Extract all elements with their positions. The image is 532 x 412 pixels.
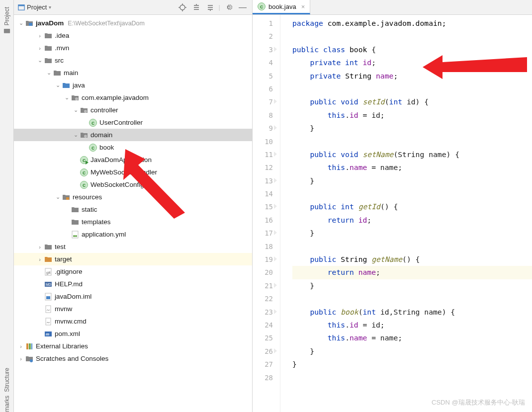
tree-item--idea[interactable]: ›.idea [14,29,252,42]
svg-point-18 [84,110,87,113]
project-view-icon [18,4,25,11]
code-line-27[interactable]: } [292,358,532,371]
code-line-11[interactable]: public void setName(String name) { [292,148,532,161]
svg-rect-20 [66,197,69,200]
svg-rect-29 [46,296,50,299]
svg-text:git: git [46,270,51,275]
code-line-25[interactable]: this.name = name; [292,331,532,344]
svg-point-17 [75,97,78,100]
tree-item-websocketconfig[interactable]: cWebSocketConfig [14,178,252,191]
svg-point-19 [84,135,87,138]
expand-all-icon[interactable] [191,2,202,13]
tree-item-com-example-javadom[interactable]: ⌄com.example.javadom [14,91,252,104]
tree-item-src[interactable]: ⌄src [14,54,252,67]
code-line-16[interactable]: return id; [292,214,532,227]
svg-text:m: m [46,332,49,336]
code-line-20[interactable]: return name; [292,266,532,279]
code-line-8[interactable]: this.id = id; [292,109,532,122]
code-line-13[interactable]: } [292,174,532,187]
code-line-19[interactable]: public String getName() { [292,253,532,266]
tree-item-domain[interactable]: ⌄domain [14,129,252,141]
tree-item-target[interactable]: ›target [14,253,252,265]
tree-item-main[interactable]: ⌄main [14,67,252,79]
locate-icon[interactable] [177,2,188,13]
tree-item-mvnw[interactable]: mvnw [14,303,252,315]
code-line-3[interactable]: public class book { [292,43,532,56]
code-line-1[interactable]: package com.example.javadom.domain; [292,17,532,30]
svg-point-22 [73,235,75,237]
code-line-4[interactable]: private int id; [292,56,532,69]
project-tree[interactable]: ⌄javaDomE:\WebSocketText\javaDom›.idea›.… [14,15,252,412]
external-libraries[interactable]: ›External Libraries [14,340,252,352]
tree-item--mvn[interactable]: ›.mvn [14,42,252,54]
settings-gear-icon[interactable] [223,2,234,13]
tree-item-mywebsockethandler[interactable]: cMyWebSocketHandler [14,166,252,178]
code-line-5[interactable]: private String name; [292,70,532,82]
tree-item-resources[interactable]: ⌄resources [14,191,252,203]
svg-point-3 [180,5,185,10]
tree-item-templates[interactable]: templates [14,216,252,228]
project-panel: Project ▾ | — ⌄javaDomE:\WebSocketText\j… [14,0,253,412]
class-icon: c [258,2,266,10]
svg-point-23 [75,235,77,237]
code-line-26[interactable]: } [292,345,532,358]
code-line-14[interactable] [292,187,532,200]
code-line-18[interactable] [292,240,532,253]
code-line-6[interactable] [292,82,532,95]
tab-book-java[interactable]: c book.java × [253,0,310,14]
panel-title: Project [27,3,47,11]
tree-item--gitignore[interactable]: git.gitignore [14,265,252,278]
tree-item-mvnw-cmd[interactable]: mvnw.cmd [14,315,252,328]
code-line-17[interactable]: } [292,227,532,240]
code-line-24[interactable]: this.id = id; [292,319,532,331]
dropdown-arrow-icon[interactable]: ▾ [49,4,51,10]
code-line-28[interactable] [292,371,532,384]
tree-item-application-yml[interactable]: application.yml [14,228,252,241]
tree-item-java[interactable]: ⌄java [14,79,252,91]
tree-item-usercontroller[interactable]: cUserController [14,116,252,129]
tree-item-pom-xml[interactable]: mpom.xml [14,328,252,340]
editor-tab-bar: c book.java × [253,0,532,15]
bookmarks-tool-button[interactable]: marks [3,396,10,412]
svg-rect-30 [46,306,51,313]
structure-tool-button[interactable]: Structure [3,368,10,392]
line-gutter: 1234567891011121314151617181920212223242… [253,15,280,412]
project-tool-button[interactable]: Project [3,7,10,34]
tree-item-static[interactable]: static [14,203,252,216]
hide-panel-icon[interactable]: — [237,2,248,13]
svg-rect-2 [18,4,24,6]
tab-filename: book.java [268,3,296,10]
left-tool-strip: Project Structure marks [0,0,14,412]
code-line-9[interactable]: } [292,122,532,135]
code-line-2[interactable] [292,30,532,43]
svg-rect-16 [29,23,32,26]
code-content[interactable]: package com.example.javadom.domain; publ… [280,15,532,412]
close-tab-icon[interactable]: × [301,3,305,10]
project-panel-header: Project ▾ | — [14,0,252,15]
svg-rect-31 [46,318,51,325]
tree-item-javadomapplication[interactable]: cJavaDomApplication [14,154,252,166]
code-line-22[interactable] [292,292,532,305]
watermark-text: CSDN @瑞晟技术服务中心-耿瑞 [432,398,525,407]
code-line-15[interactable]: public int getId() { [292,200,532,213]
code-editor[interactable]: 1234567891011121314151617181920212223242… [253,15,532,412]
code-line-23[interactable]: public book(int id,String name) { [292,306,532,319]
svg-rect-0 [3,29,9,33]
code-line-10[interactable] [292,135,532,148]
tree-item-book[interactable]: cbook [14,141,252,154]
code-line-7[interactable]: public void setId(int id) { [292,95,532,108]
svg-rect-36 [31,343,32,349]
tree-item-controller[interactable]: ⌄controller [14,104,252,116]
svg-rect-21 [72,231,78,238]
scratches-and-consoles[interactable]: ›Scratches and Consoles [14,352,252,365]
tree-item-help-md[interactable]: MDHELP.md [14,278,252,290]
code-line-21[interactable]: } [292,279,532,292]
editor-area: c book.java × 12345678910111213141516171… [253,0,532,412]
svg-point-37 [30,359,33,362]
tree-item-javadom-iml[interactable]: javaDom.iml [14,290,252,303]
tree-root[interactable]: ⌄javaDomE:\WebSocketText\javaDom [14,17,252,29]
collapse-all-icon[interactable] [205,2,216,13]
svg-text:MD: MD [46,283,51,286]
tree-item-test[interactable]: ›test [14,241,252,253]
code-line-12[interactable]: this.name = name; [292,161,532,174]
